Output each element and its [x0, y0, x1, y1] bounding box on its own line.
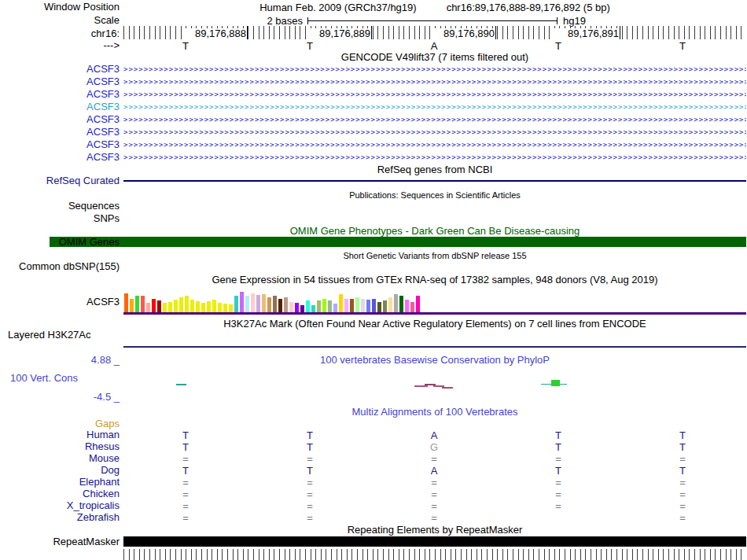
gtex-tissue-bar[interactable]	[196, 301, 200, 312]
refseq-curated-label[interactable]: RefSeq Curated	[0, 175, 120, 186]
gtex-tissue-bar[interactable]	[185, 296, 189, 312]
gtex-tissue-bar[interactable]	[234, 296, 238, 312]
gtex-tissue-bar[interactable]	[256, 295, 260, 312]
gtex-tissue-bar[interactable]	[168, 302, 172, 312]
gtex-tissue-bar[interactable]	[339, 294, 343, 312]
gtex-gene-label[interactable]: ACSF3	[0, 297, 120, 308]
base-letter: T	[304, 40, 316, 52]
gtex-tissue-bar[interactable]	[416, 296, 420, 312]
gtex-tissue-bar[interactable]	[207, 301, 211, 312]
gtex-tissue-bar[interactable]	[190, 300, 194, 312]
gene-transcript-line[interactable]: >>>>>>>>>>>>>>>>>>>>>>>>>>>>>>>>>>>>>>>>…	[123, 113, 746, 126]
gtex-tissue-bar[interactable]	[350, 299, 354, 312]
gtex-tissue-bar[interactable]	[251, 293, 255, 312]
gtex-tissue-bar[interactable]	[163, 303, 167, 312]
gtex-tissue-bar[interactable]	[240, 292, 244, 312]
repeatmasker-bar[interactable]	[123, 536, 746, 547]
species-label-dog[interactable]: Dog	[0, 465, 120, 476]
gtex-tissue-bar[interactable]	[311, 305, 315, 312]
gtex-tissue-bar[interactable]	[355, 297, 359, 312]
gene-label-acsf3[interactable]: ACSF3	[0, 139, 120, 150]
gene-label-acsf3[interactable]: ACSF3	[0, 89, 120, 100]
gtex-tissue-bar[interactable]	[322, 299, 326, 312]
gene-label-acsf3[interactable]: ACSF3	[0, 76, 120, 87]
omim-genes-label[interactable]: OMIM Genes	[0, 237, 120, 248]
species-label-human[interactable]: Human	[0, 429, 120, 440]
gtex-tissue-bar[interactable]	[278, 299, 282, 312]
gtex-tissue-bar[interactable]	[273, 296, 277, 312]
gtex-tissue-bar[interactable]	[141, 296, 145, 312]
gtex-tissue-bar[interactable]	[333, 304, 337, 312]
gene-label-acsf3[interactable]: ACSF3	[0, 127, 120, 138]
gtex-tissue-bar[interactable]	[262, 294, 266, 312]
species-label-chicken[interactable]: Chicken	[0, 488, 120, 499]
species-label-x-tropicalis[interactable]: X_tropicalis	[0, 500, 120, 511]
gtex-tissue-bar[interactable]	[405, 300, 409, 312]
gtex-tissue-bar[interactable]	[284, 297, 288, 312]
species-label-zebrafish[interactable]: Zebrafish	[0, 512, 120, 523]
gtex-tissue-bar[interactable]	[372, 299, 376, 312]
gene-label-acsf3[interactable]: ACSF3	[0, 152, 120, 163]
gtex-tissue-bar[interactable]	[328, 300, 332, 312]
gtex-tissue-bar[interactable]	[218, 303, 222, 312]
sequences-label[interactable]: Sequences	[0, 201, 120, 212]
gene-transcript-line[interactable]: >>>>>>>>>>>>>>>>>>>>>>>>>>>>>>>>>>>>>>>>…	[123, 138, 746, 151]
omim-genes-bar[interactable]	[50, 237, 746, 247]
gtex-tissue-bar[interactable]	[267, 297, 271, 312]
phylop-track-label[interactable]: 100 Vert. Cons	[10, 373, 78, 384]
gene-transcript-line[interactable]: >>>>>>>>>>>>>>>>>>>>>>>>>>>>>>>>>>>>>>>>…	[123, 63, 746, 76]
h3k27ac-label[interactable]: Layered H3K27Ac	[8, 330, 91, 341]
gtex-tissue-bar[interactable]	[152, 299, 156, 312]
gtex-tissue-bar[interactable]	[361, 299, 365, 312]
alignment-base: =	[179, 500, 192, 512]
gene-transcript-line[interactable]: >>>>>>>>>>>>>>>>>>>>>>>>>>>>>>>>>>>>>>>>…	[123, 151, 746, 164]
gtex-tissue-bar[interactable]	[306, 300, 310, 312]
gtex-tissue-bar[interactable]	[174, 300, 178, 312]
gene-label-acsf3[interactable]: ACSF3	[0, 64, 120, 75]
gtex-tissue-bar[interactable]	[289, 302, 293, 312]
gene-transcript-line[interactable]: >>>>>>>>>>>>>>>>>>>>>>>>>>>>>>>>>>>>>>>>…	[123, 101, 746, 113]
gtex-tissue-bar[interactable]	[135, 296, 139, 312]
gtex-tissue-bar[interactable]	[245, 296, 249, 312]
gtex-tissue-bar[interactable]	[344, 299, 348, 312]
ruler-boundary-tick	[495, 26, 496, 39]
gtex-tissue-bar[interactable]	[383, 300, 387, 312]
species-label-mouse[interactable]: Mouse	[0, 453, 120, 464]
gtex-tissue-bar[interactable]	[377, 302, 381, 312]
species-label-elephant[interactable]: Elephant	[0, 477, 120, 488]
repeatmasker-label[interactable]: RepeatMasker	[0, 536, 120, 547]
gtex-tissue-bar[interactable]	[130, 299, 134, 312]
gtex-tissue-bar[interactable]	[295, 303, 299, 312]
gtex-tissue-bar[interactable]	[410, 302, 414, 312]
h3k27ac-baseline[interactable]	[123, 346, 746, 348]
gtex-tissue-bar[interactable]	[223, 304, 227, 312]
coordinate-label: 89,176,891	[554, 28, 619, 39]
gene-label-acsf3[interactable]: ACSF3	[0, 101, 120, 112]
gene-transcript-line[interactable]: >>>>>>>>>>>>>>>>>>>>>>>>>>>>>>>>>>>>>>>>…	[123, 76, 746, 88]
gtex-bars[interactable]	[124, 290, 423, 312]
gtex-tissue-bar[interactable]	[157, 300, 161, 312]
species-label-rhesus[interactable]: Rhesus	[0, 441, 120, 452]
snps-label[interactable]: SNPs	[0, 213, 120, 224]
gtex-tissue-bar[interactable]	[366, 300, 370, 312]
refseq-curated-line[interactable]	[123, 180, 746, 182]
alignment-base: =	[428, 512, 440, 524]
gene-transcript-line[interactable]: >>>>>>>>>>>>>>>>>>>>>>>>>>>>>>>>>>>>>>>>…	[123, 126, 746, 138]
dbsnp-label[interactable]: Common dbSNP(155)	[0, 261, 120, 272]
gtex-tissue-bar[interactable]	[229, 304, 233, 312]
gtex-tissue-bar[interactable]	[317, 300, 321, 312]
gtex-tissue-bar[interactable]	[212, 300, 216, 312]
gtex-tissue-bar[interactable]	[399, 296, 403, 312]
gtex-tissue-bar[interactable]	[388, 297, 392, 312]
gtex-tissue-bar[interactable]	[124, 293, 128, 312]
gtex-tissue-bar[interactable]	[300, 305, 304, 312]
gene-label-acsf3[interactable]: ACSF3	[0, 114, 120, 125]
gtex-tissue-bar[interactable]	[201, 303, 205, 312]
base-letter: T	[552, 40, 565, 52]
gene-transcript-line[interactable]: >>>>>>>>>>>>>>>>>>>>>>>>>>>>>>>>>>>>>>>>…	[123, 88, 746, 101]
gtex-tissue-bar[interactable]	[146, 303, 150, 312]
gaps-label[interactable]: Gaps	[0, 418, 120, 429]
gtex-tissue-bar[interactable]	[179, 297, 183, 312]
alignment-base: =	[552, 477, 565, 488]
gtex-tissue-bar[interactable]	[394, 294, 398, 312]
